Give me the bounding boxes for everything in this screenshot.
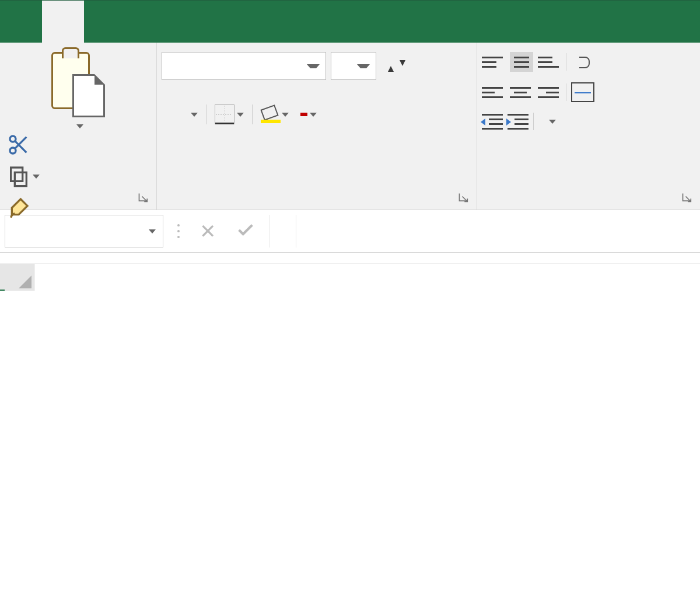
dialog-launcher-icon[interactable] <box>458 192 470 204</box>
fill-color-button[interactable] <box>257 103 292 126</box>
svg-point-1 <box>10 136 16 142</box>
insert-function-button[interactable] <box>270 215 296 248</box>
drag-handle-icon[interactable] <box>177 224 180 238</box>
confirm-edit-button <box>236 220 256 242</box>
wrap-text-button[interactable] <box>571 53 592 71</box>
svg-point-0 <box>10 148 16 154</box>
chevron-down-icon <box>191 113 198 117</box>
align-middle-button[interactable] <box>510 52 533 72</box>
orientation-icon <box>542 120 546 123</box>
paste-icon[interactable] <box>51 52 105 117</box>
chevron-down-icon <box>357 64 370 68</box>
align-bottom-button[interactable] <box>538 53 561 71</box>
bold-button[interactable] <box>162 112 169 117</box>
font-name-combo[interactable] <box>162 52 326 80</box>
decrease-font-size-button[interactable] <box>393 64 400 68</box>
chevron-down-icon <box>149 229 156 233</box>
select-all-corner[interactable] <box>0 264 34 291</box>
borders-button[interactable] <box>211 102 247 127</box>
svg-rect-3 <box>11 168 23 181</box>
tab-formulas[interactable] <box>168 1 210 43</box>
cancel-edit-button: ✕ <box>200 219 216 243</box>
ribbon-tabs <box>0 0 700 43</box>
chevron-down-icon <box>237 113 244 117</box>
italic-button[interactable] <box>173 112 180 117</box>
copy-button[interactable] <box>7 163 30 189</box>
font-color-icon <box>300 113 307 116</box>
chevron-down-icon <box>307 64 320 68</box>
chevron-down-icon <box>549 120 556 124</box>
increase-font-size-button[interactable] <box>381 64 388 68</box>
merge-cells-button[interactable] <box>571 82 594 102</box>
group-alignment <box>477 43 700 210</box>
formula-input[interactable] <box>296 215 695 248</box>
align-left-button[interactable] <box>482 83 505 101</box>
border-icon <box>215 104 235 124</box>
worksheet-grid[interactable]: + <box>0 264 700 291</box>
cut-button[interactable] <box>7 132 146 158</box>
chevron-down-icon <box>76 124 83 128</box>
group-font <box>157 43 477 210</box>
align-center-button[interactable] <box>510 83 533 101</box>
font-color-button[interactable] <box>297 110 320 119</box>
tab-file[interactable] <box>0 1 42 43</box>
fill-bucket-icon <box>261 106 279 123</box>
paste-button[interactable] <box>73 124 83 128</box>
svg-rect-2 <box>15 172 26 186</box>
align-right-button[interactable] <box>538 83 561 101</box>
dialog-launcher-icon[interactable] <box>681 192 693 204</box>
orientation-button[interactable] <box>538 117 559 126</box>
dialog-launcher-icon[interactable] <box>138 192 149 204</box>
underline-button[interactable] <box>185 110 201 119</box>
chevron-down-icon <box>310 113 317 117</box>
chevron-down-icon <box>282 113 289 117</box>
align-top-button[interactable] <box>482 53 505 71</box>
group-clipboard <box>0 43 157 210</box>
tab-page-layout[interactable] <box>126 1 168 43</box>
decrease-indent-button[interactable] <box>482 113 503 130</box>
tab-home[interactable] <box>42 1 84 43</box>
chevron-down-icon[interactable] <box>33 175 40 179</box>
tab-insert[interactable] <box>84 1 126 43</box>
ribbon <box>0 43 700 210</box>
font-size-combo[interactable] <box>331 52 376 80</box>
increase-indent-button[interactable] <box>508 113 528 130</box>
